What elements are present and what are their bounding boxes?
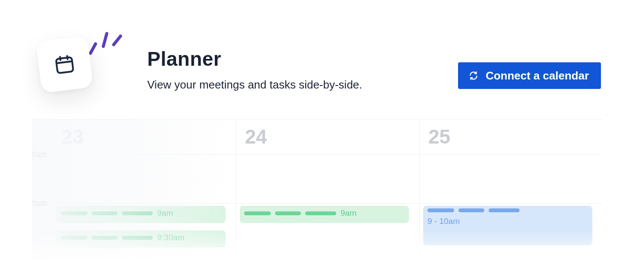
day-column: 239am9:30am: [53, 120, 236, 269]
sync-icon: [468, 70, 479, 81]
day-number: 25: [428, 125, 450, 148]
event-time: 9:30am: [157, 233, 184, 242]
page-subtitle: View your meetings and tasks side-by-sid…: [147, 78, 362, 92]
time-axis: 8am 9am: [32, 120, 53, 269]
calendar-preview: 8am 9am 239am9:30am249am259 - 10am: [32, 119, 603, 269]
day-column: 259 - 10am: [419, 120, 603, 269]
day-column: 249am: [236, 120, 419, 269]
connect-calendar-label: Connect a calendar: [486, 69, 589, 83]
calendar-icon: [53, 52, 77, 76]
day-number: 24: [245, 125, 267, 148]
event-time: 9 - 10am: [427, 217, 460, 226]
calendar-event[interactable]: 9:30am: [56, 230, 226, 248]
calendar-event[interactable]: 9 - 10am: [423, 206, 592, 245]
event-time: 9am: [341, 208, 356, 218]
page-title: Planner: [147, 47, 362, 70]
sparkle-icon: [85, 27, 124, 57]
day-number: 23: [62, 125, 84, 148]
calendar-event[interactable]: 9am: [56, 206, 226, 223]
planner-icon-card: [39, 39, 108, 107]
calendar-event[interactable]: 9am: [240, 206, 409, 223]
connect-calendar-button[interactable]: Connect a calendar: [458, 62, 601, 89]
event-time: 9am: [157, 208, 173, 218]
svg-rect-0: [56, 57, 73, 73]
